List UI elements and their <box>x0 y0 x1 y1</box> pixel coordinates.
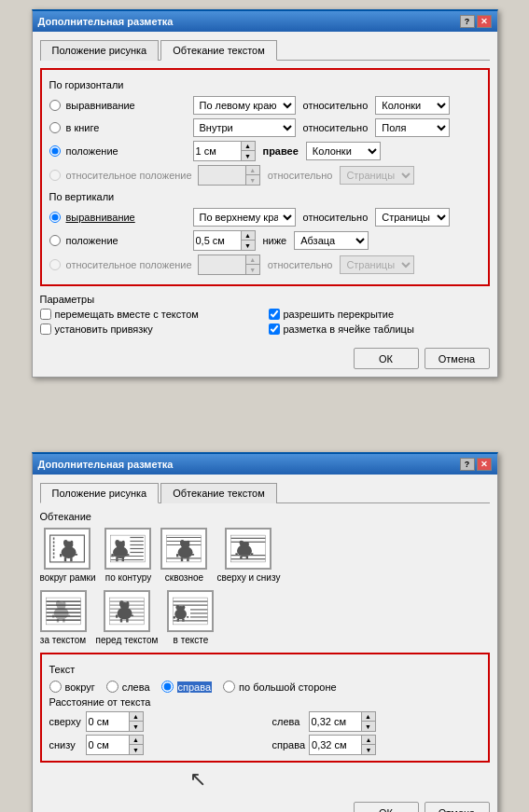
h-spinner-input-4[interactable] <box>199 166 245 185</box>
h-select1-2[interactable]: Внутри <box>193 118 296 137</box>
text-radio-label-2: слева <box>122 681 150 693</box>
param-check-1[interactable] <box>40 309 51 320</box>
v-radio-3[interactable] <box>49 259 61 270</box>
h-select2-4[interactable]: Страницы <box>340 166 414 185</box>
h-radio-2[interactable] <box>49 122 61 133</box>
wrap-icon-topbottom <box>225 528 271 570</box>
v-radio-2[interactable] <box>49 235 61 246</box>
wrap-option-inline[interactable]: в тексте <box>167 590 214 645</box>
param-check-2[interactable] <box>269 309 280 320</box>
help-button[interactable]: ? <box>460 15 475 28</box>
dialog2-ok-button[interactable]: ОК <box>354 802 419 812</box>
tab2-wrapping[interactable]: Обтекание текстом <box>160 483 277 503</box>
dist-up-bottom[interactable]: ▲ <box>130 736 143 745</box>
h-radio-1[interactable] <box>49 100 61 111</box>
v-spinner-down-3[interactable]: ▼ <box>246 265 259 274</box>
dist-spinner-top: ▲ ▼ <box>86 711 144 732</box>
titlebar2-buttons: ? ✕ <box>460 458 492 471</box>
titlebar-buttons: ? ✕ <box>460 15 492 28</box>
h-radio-4[interactable] <box>49 170 61 181</box>
v-valuelabel-2: ниже <box>263 235 287 246</box>
h-select2-3[interactable]: Колонки <box>306 142 381 160</box>
text-radio-3[interactable] <box>161 681 174 693</box>
dist-row-top: сверху ▲ ▼ <box>49 711 258 732</box>
v-spinner-down-2[interactable]: ▼ <box>242 241 255 250</box>
dist-input-bottom[interactable] <box>87 736 129 754</box>
dialog1-ok-button[interactable]: ОК <box>354 348 419 369</box>
svg-rect-23 <box>127 554 130 556</box>
text-radio-label-4: по большой стороне <box>239 681 337 693</box>
svg-point-93 <box>183 606 186 610</box>
h-spinner-up-3[interactable]: ▲ <box>242 142 255 151</box>
wrap-option-contour[interactable]: по контуру <box>104 528 151 583</box>
h-valuelabel-3: правее <box>263 145 299 157</box>
help-button2[interactable]: ? <box>460 458 475 471</box>
dist-up-left[interactable]: ▲ <box>362 712 375 722</box>
svg-rect-96 <box>174 616 175 618</box>
params-grid: перемещать вместе с текстом разрешить пе… <box>40 309 490 335</box>
text-radio-row: вокруг слева справа по большой стороне <box>49 681 480 693</box>
tab-bar2: Положение рисунка Обтекание текстом <box>40 482 490 503</box>
close-button[interactable]: ✕ <box>477 15 492 28</box>
tab-wrapping[interactable]: Обтекание текстом <box>160 40 277 61</box>
dist-down-left[interactable]: ▼ <box>362 722 375 731</box>
dist-up-right[interactable]: ▲ <box>362 736 375 745</box>
tab2-position[interactable]: Положение рисунка <box>40 483 160 503</box>
v-select2-3[interactable]: Страницы <box>340 255 414 274</box>
h-relative-2: относительно <box>303 122 369 133</box>
svg-rect-41 <box>176 554 178 557</box>
h-select2-2[interactable]: Поля <box>375 118 450 137</box>
dialog2-cancel-button[interactable]: Отмена <box>425 802 490 812</box>
dist-down-bottom[interactable]: ▼ <box>130 745 143 754</box>
wrap-option-behind[interactable]: за текстом <box>40 590 87 645</box>
v-spinner-input-2[interactable] <box>194 231 241 250</box>
wrap-option-topbottom[interactable]: сверху и снизу <box>216 528 280 583</box>
dist-input-top[interactable] <box>87 712 129 731</box>
param-check-3[interactable] <box>40 323 51 335</box>
v-label-2: положение <box>66 235 188 246</box>
dist-row-right: справа ▲ ▼ <box>272 735 480 755</box>
h-select2-1[interactable]: Колонки <box>375 96 450 115</box>
dist-down-top[interactable]: ▼ <box>130 722 143 731</box>
close-button2[interactable]: ✕ <box>477 458 492 471</box>
dialog1-cancel-button[interactable]: Отмена <box>425 348 490 369</box>
v-radio-1[interactable] <box>49 212 61 223</box>
wrap-option-frame[interactable]: вокруг рамки <box>40 528 96 583</box>
text-radio-3-wrap: справа <box>161 681 213 693</box>
text-radio-4[interactable] <box>223 681 235 693</box>
dist-label-right: справа <box>272 739 306 750</box>
h-spinner-down-3[interactable]: ▼ <box>242 151 255 160</box>
dist-down-right[interactable]: ▼ <box>362 745 375 754</box>
spacer <box>9 415 520 443</box>
dist-input-right[interactable] <box>310 736 361 754</box>
text-radio-2[interactable] <box>106 681 118 693</box>
h-spinner-input-3[interactable] <box>194 142 241 160</box>
dist-spinner-left: ▲ ▼ <box>309 711 376 732</box>
wrap-option-through[interactable]: сквозное <box>160 528 207 583</box>
dialog1-title: Дополнительная разметка <box>38 16 174 27</box>
v-select2-2[interactable]: Абзаца <box>294 231 369 250</box>
svg-rect-84 <box>126 619 128 623</box>
h-radio-3[interactable] <box>49 145 61 157</box>
dist-up-top[interactable]: ▲ <box>130 712 143 722</box>
v-spinner-up-3[interactable]: ▲ <box>246 255 259 265</box>
h-select1-1[interactable]: По левому краю <box>193 96 296 115</box>
svg-point-50 <box>246 542 249 545</box>
v-spinner-up-2[interactable]: ▲ <box>242 231 255 241</box>
dist-input-left[interactable] <box>310 712 361 731</box>
h-label-2: в книге <box>66 122 188 133</box>
wrap-option-infront[interactable]: перед текстом <box>96 590 159 645</box>
h-spinner-up-4[interactable]: ▲ <box>246 166 259 175</box>
text-radio-1[interactable] <box>49 681 62 693</box>
h-relative-4: относительно <box>268 170 333 181</box>
param-check-4[interactable] <box>269 323 280 335</box>
h-spinner-down-4[interactable]: ▼ <box>246 175 259 185</box>
svg-point-49 <box>240 541 244 545</box>
v-select2-1[interactable]: Страницы <box>375 208 450 227</box>
v-spinner-input-3[interactable] <box>199 255 245 274</box>
params-header: Параметры <box>40 294 490 305</box>
param-label-4: разметка в ячейке таблицы <box>284 323 414 335</box>
tab-position[interactable]: Положение рисунка <box>40 40 160 61</box>
v-select1-1[interactable]: По верхнему краю <box>193 208 296 227</box>
h-row-4: относительное положение ▲ ▼ относительно… <box>49 165 480 186</box>
